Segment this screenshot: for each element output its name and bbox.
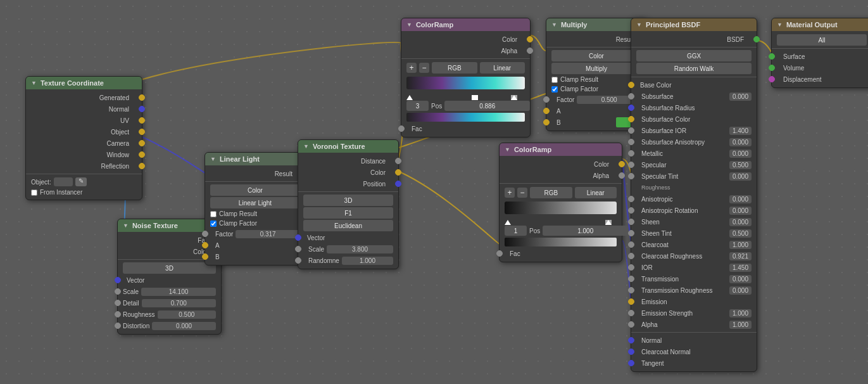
voronoi-texture-node[interactable]: ▼ Voronoi Texture Distance Color Positio… <box>298 139 399 269</box>
detail-socket[interactable] <box>115 300 121 306</box>
p-sheen-value[interactable]: 0.000 <box>729 218 752 226</box>
roughness-socket[interactable] <box>115 311 121 317</box>
p-ior-socket[interactable] <box>628 264 634 271</box>
p-clearcoat-roughness-value[interactable]: 0.921 <box>729 252 752 260</box>
voronoi-vector-socket[interactable] <box>295 234 301 241</box>
distortion-value[interactable]: 0.000 <box>152 322 216 330</box>
cr1-stop-num[interactable] <box>406 101 429 111</box>
cr2-interp-dropdown[interactable]: Linear <box>575 187 617 198</box>
p-emission-strength-value[interactable]: 1.000 <box>729 309 752 317</box>
p-subsurface-aniso-value[interactable]: 0.000 <box>729 138 752 146</box>
p-subsurface-aniso-socket[interactable] <box>628 139 634 145</box>
cr1-pos-value[interactable] <box>444 101 530 111</box>
matoutput-volume-socket[interactable] <box>769 65 775 71</box>
collapse-arrow[interactable]: ▼ <box>31 80 37 86</box>
p-anisotropic-value[interactable]: 0.000 <box>729 195 752 203</box>
distance-out-socket[interactable] <box>395 158 401 164</box>
colorramp2-node[interactable]: ▼ ColorRamp Color Alpha + − RGB Linear <box>499 143 622 262</box>
generated-socket[interactable] <box>139 94 145 101</box>
matoutput-all-dropdown[interactable]: All <box>777 34 867 46</box>
noise-dim-dropdown[interactable]: 3D1D2D4D <box>123 262 216 274</box>
p-ior-value[interactable]: 1.450 <box>729 264 752 272</box>
cr2-stop-0[interactable] <box>505 220 511 225</box>
p-metallic-value[interactable]: 0.000 <box>729 150 752 158</box>
object-picker[interactable]: ✎ <box>75 177 87 186</box>
multiply-collapse[interactable]: ▼ <box>551 22 557 28</box>
p-clearcoat-roughness-socket[interactable] <box>628 253 634 259</box>
matoutput-surface-socket[interactable] <box>769 53 775 60</box>
p-subsurface-socket[interactable] <box>628 93 634 99</box>
cr2-mode-dropdown[interactable]: RGB <box>530 187 572 198</box>
p-emission-socket[interactable] <box>628 298 634 305</box>
cr1-add-stop[interactable]: + <box>406 63 417 73</box>
p-clearcoat-socket[interactable] <box>628 241 634 248</box>
matoutput-displacement-socket[interactable] <box>769 76 775 82</box>
camera-socket[interactable] <box>139 140 145 146</box>
object-socket[interactable] <box>139 129 145 135</box>
cr1-fac-in-socket[interactable] <box>398 125 405 132</box>
linear-mode-dropdown[interactable]: Linear Light <box>210 197 300 208</box>
p-alpha-value[interactable]: 1.000 <box>729 321 752 329</box>
linear-clamp-result-checkbox[interactable] <box>210 211 217 217</box>
reflection-socket[interactable] <box>139 163 145 169</box>
cr1-stop-2[interactable] <box>511 95 517 100</box>
multiply-color-dropdown[interactable]: Color <box>551 50 641 61</box>
cr1-mode-dropdown[interactable]: RGB <box>432 62 477 74</box>
p-normal-socket[interactable] <box>628 337 634 343</box>
voronoi-scale-socket[interactable] <box>295 246 301 252</box>
p-metallic-socket[interactable] <box>628 150 634 157</box>
texture-coordinate-node[interactable]: ▼ Texture Coordinate Generated Normal UV… <box>25 76 142 200</box>
voronoi-feature-dropdown[interactable]: F1 <box>303 207 393 219</box>
multiply-b-socket[interactable] <box>543 119 550 125</box>
p-base-color-socket[interactable] <box>628 82 634 88</box>
principled-collapse[interactable]: ▼ <box>636 22 642 28</box>
p-subsurface-ior-socket[interactable] <box>628 127 634 134</box>
multiply-clamp-factor-checkbox[interactable] <box>551 86 558 93</box>
factor-value[interactable]: 0.317 <box>236 230 300 238</box>
voronoi-metric-dropdown[interactable]: Euclidean <box>303 220 393 231</box>
a-in-socket[interactable] <box>202 242 208 248</box>
cr2-pos-value[interactable] <box>543 226 628 236</box>
cr1-remove-stop[interactable]: − <box>419 63 429 73</box>
uv-socket[interactable] <box>139 117 145 124</box>
cr2-remove-stop[interactable]: − <box>517 188 527 198</box>
material-output-node[interactable]: ▼ Material Output All Surface Volume Dis… <box>771 18 868 88</box>
scale-socket[interactable] <box>115 288 121 295</box>
p-transmission-roughness-value[interactable]: 0.000 <box>729 286 752 295</box>
voronoi-collapse[interactable]: ▼ <box>303 143 309 150</box>
cr1-interp-dropdown[interactable]: Linear <box>480 62 525 74</box>
cr1-stop-1[interactable] <box>472 95 478 100</box>
p-clearcoat-normal-socket[interactable] <box>628 349 634 355</box>
p-anisotropic-rot-value[interactable]: 0.000 <box>729 207 752 215</box>
p-clearcoat-value[interactable]: 1.000 <box>729 241 752 249</box>
p-specular-value[interactable]: 0.500 <box>729 161 752 169</box>
voronoi-dim-dropdown[interactable]: 3D <box>303 195 393 206</box>
principled-bsdf-node[interactable]: ▼ Principled BSDF BSDF GGX Random Walk B… <box>631 18 757 372</box>
linear-collapse[interactable]: ▼ <box>210 156 216 162</box>
p-subsurface-ior-value[interactable]: 1.400 <box>729 127 752 135</box>
linear-clamp-factor-checkbox[interactable] <box>210 221 217 227</box>
p-anisotropic-rot-socket[interactable] <box>628 207 634 214</box>
p-transmission-roughness-socket[interactable] <box>628 287 634 293</box>
cr2-alpha-out-socket[interactable] <box>619 172 625 179</box>
cr2-add-stop[interactable]: + <box>505 188 515 198</box>
multiply-factor-socket[interactable] <box>543 96 550 103</box>
distortion-socket[interactable] <box>115 323 121 329</box>
p-specular-tint-value[interactable]: 0.000 <box>729 172 752 181</box>
cr2-stop-1[interactable] <box>605 220 612 225</box>
b-in-socket[interactable] <box>202 253 208 260</box>
linear-light-node[interactable]: ▼ Linear Light Result Color Linear Light… <box>204 152 306 266</box>
normal-socket[interactable] <box>139 106 145 112</box>
noise-collapse[interactable]: ▼ <box>123 222 129 229</box>
voronoi-randomness-value[interactable]: 1.000 <box>342 257 393 265</box>
p-sheen-tint-value[interactable]: 0.500 <box>729 229 752 238</box>
position-out-socket[interactable] <box>395 181 401 187</box>
linear-color-dropdown[interactable]: Color <box>210 184 300 196</box>
cr1-alpha-out-socket[interactable] <box>527 48 533 54</box>
cr2-color-out-socket[interactable] <box>619 161 625 167</box>
voronoi-color-out-socket[interactable] <box>395 169 401 176</box>
p-transmission-socket[interactable] <box>628 276 634 282</box>
voronoi-scale-value[interactable]: 3.800 <box>327 245 393 253</box>
cr2-fac-in-socket[interactable] <box>496 250 503 257</box>
cr2-gradient-bar[interactable] <box>505 202 617 214</box>
